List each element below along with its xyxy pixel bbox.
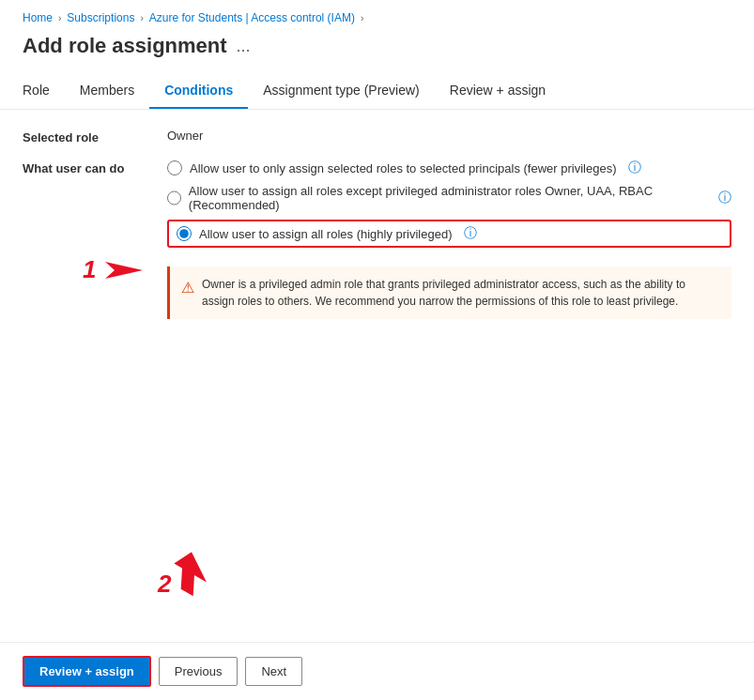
what-user-can-do-row: What user can do Allow user to only assi… [23,160,731,319]
annotation-number-1: 1 [83,255,96,284]
breadcrumb-home[interactable]: Home [23,11,53,24]
annotation-arrow-1 [96,256,152,284]
content-area: Selected role Owner What user can do All… [0,110,754,353]
radio-label-2: Allow user to assign all roles except pr… [189,184,707,212]
tab-members[interactable]: Members [65,73,149,109]
more-options-button[interactable]: ... [237,37,251,56]
chevron-icon-2: › [140,13,143,23]
selected-role-value: Owner [167,129,203,143]
info-icon-1[interactable]: ⓘ [628,160,641,176]
tab-bar: Role Members Conditions Assignment type … [0,73,754,110]
annotation-arrow-2 [171,552,218,599]
warning-icon: ⚠ [181,277,194,299]
tab-assignment-type[interactable]: Assignment type (Preview) [248,73,435,109]
radio-option-2[interactable]: Allow user to assign all roles except pr… [167,184,731,212]
selected-role-row: Selected role Owner [23,129,731,145]
info-icon-2[interactable]: ⓘ [718,190,731,206]
radio-label-1: Allow user to only assign selected roles… [190,161,617,175]
svg-marker-1 [171,552,216,599]
warning-box: ⚠ Owner is a privileged admin role that … [167,266,731,319]
chevron-icon-3: › [361,13,363,23]
annotation-2: 2 [158,552,218,599]
annotation-1: 1 [83,255,152,284]
radio-input-2[interactable] [167,190,181,205]
breadcrumb-subscriptions[interactable]: Subscriptions [67,11,134,24]
breadcrumb-iam[interactable]: Azure for Students | Access control (IAM… [149,11,355,24]
review-assign-button[interactable]: Review + assign [23,656,151,687]
radio-option-1[interactable]: Allow user to only assign selected roles… [167,160,731,176]
svg-marker-0 [105,262,143,279]
page-header: Add role assignment ... [0,30,754,73]
radio-input-1[interactable] [167,160,182,175]
previous-button[interactable]: Previous [159,657,239,686]
what-user-can-do-label: What user can do [23,160,145,175]
tab-conditions[interactable]: Conditions [149,73,248,109]
selected-role-label: Selected role [23,129,145,145]
warning-text: Owner is a privileged admin role that gr… [202,276,720,310]
tab-role[interactable]: Role [23,73,65,109]
next-button[interactable]: Next [245,657,302,686]
footer-bar: Review + assign Previous Next [0,642,754,700]
annotation-number-2: 2 [158,570,171,599]
highlighted-radio-container: Allow user to assign all roles (highly p… [167,220,731,248]
radio-input-3[interactable] [177,226,192,241]
page-title: Add role assignment [23,34,227,58]
radio-label-3: Allow user to assign all roles (highly p… [199,227,453,241]
radio-group: Allow user to only assign selected roles… [167,160,731,319]
info-icon-3[interactable]: ⓘ [464,225,477,242]
tab-review-assign[interactable]: Review + assign [435,73,561,109]
radio-option-3[interactable]: Allow user to assign all roles (highly p… [177,225,477,242]
chevron-icon: › [58,13,61,23]
breadcrumb: Home › Subscriptions › Azure for Student… [0,0,754,30]
